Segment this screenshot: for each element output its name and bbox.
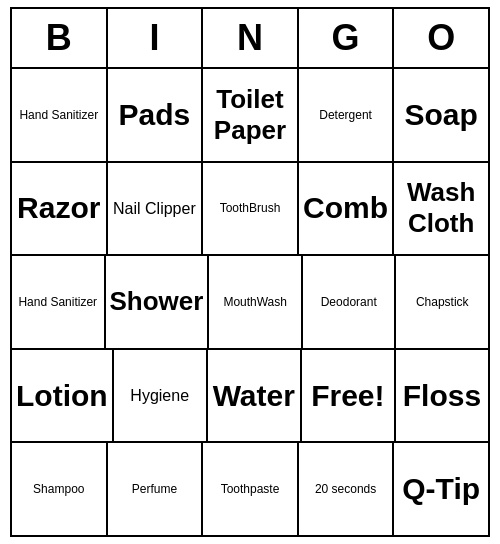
bingo-header: BINGO [12,9,488,69]
bingo-cell-1-0: Razor [12,163,108,255]
bingo-row-1: RazorNail ClipperToothBrushCombWash Clot… [12,163,488,257]
bingo-cell-4-2: Toothpaste [203,443,299,535]
bingo-cell-3-3: Free! [302,350,396,442]
bingo-cell-0-0: Hand Sanitizer [12,69,108,161]
bingo-cell-0-3: Detergent [299,69,395,161]
bingo-cell-0-2: Toilet Paper [203,69,299,161]
header-letter-o: O [394,9,488,67]
bingo-cell-2-2: MouthWash [209,256,303,348]
bingo-cell-4-1: Perfume [108,443,204,535]
bingo-cell-1-3: Comb [299,163,395,255]
bingo-cell-2-0: Hand Sanitizer [12,256,106,348]
bingo-cell-3-2: Water [208,350,302,442]
bingo-row-2: Hand SanitizerShowerMouthWashDeodorantCh… [12,256,488,350]
bingo-card: BINGO Hand SanitizerPadsToilet PaperDete… [10,7,490,537]
bingo-cell-2-3: Deodorant [303,256,397,348]
bingo-cell-4-0: Shampoo [12,443,108,535]
bingo-cell-4-4: Q-Tip [394,443,488,535]
bingo-row-0: Hand SanitizerPadsToilet PaperDetergentS… [12,69,488,163]
bingo-cell-0-1: Pads [108,69,204,161]
header-letter-b: B [12,9,108,67]
header-letter-i: I [108,9,204,67]
bingo-row-3: LotionHygieneWaterFree!Floss [12,350,488,444]
bingo-cell-4-3: 20 seconds [299,443,395,535]
bingo-cell-0-4: Soap [394,69,488,161]
bingo-cell-1-1: Nail Clipper [108,163,204,255]
bingo-cell-3-4: Floss [396,350,488,442]
bingo-cell-2-1: Shower [106,256,210,348]
bingo-cell-3-0: Lotion [12,350,114,442]
header-letter-g: G [299,9,395,67]
bingo-cell-2-4: Chapstick [396,256,488,348]
bingo-row-4: ShampooPerfumeToothpaste20 secondsQ-Tip [12,443,488,535]
bingo-cell-3-1: Hygiene [114,350,208,442]
bingo-cell-1-4: Wash Cloth [394,163,488,255]
header-letter-n: N [203,9,299,67]
bingo-cell-1-2: ToothBrush [203,163,299,255]
bingo-body: Hand SanitizerPadsToilet PaperDetergentS… [12,69,488,535]
